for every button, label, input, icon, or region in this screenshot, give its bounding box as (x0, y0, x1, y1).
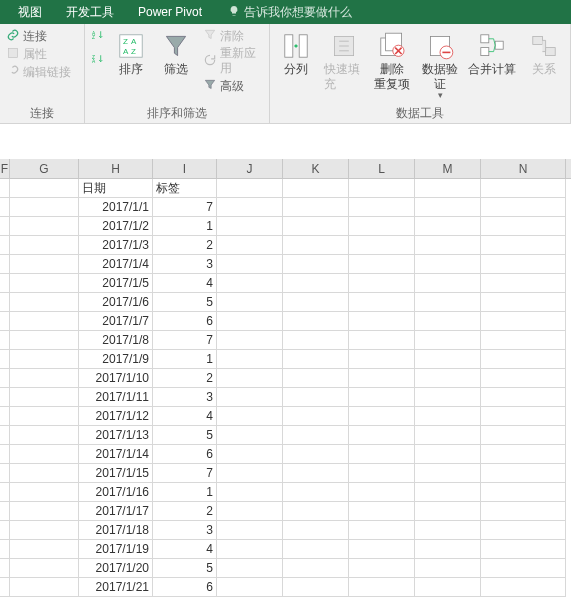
cell[interactable] (481, 255, 566, 274)
cell[interactable]: 4 (153, 540, 217, 559)
col-header-J[interactable]: J (217, 159, 283, 178)
cell[interactable] (283, 483, 349, 502)
cell[interactable] (481, 293, 566, 312)
cell[interactable] (0, 331, 10, 350)
cell[interactable] (415, 255, 481, 274)
cell[interactable] (10, 179, 79, 198)
cell[interactable] (0, 293, 10, 312)
cell[interactable]: 7 (153, 198, 217, 217)
cell[interactable] (217, 293, 283, 312)
cell[interactable] (10, 388, 79, 407)
cell[interactable] (481, 198, 566, 217)
cell[interactable] (283, 407, 349, 426)
col-header-G[interactable]: G (10, 159, 79, 178)
cell[interactable] (349, 578, 415, 597)
cell[interactable] (283, 578, 349, 597)
col-header-M[interactable]: M (415, 159, 481, 178)
cell[interactable] (0, 464, 10, 483)
cell[interactable]: 2017/1/4 (79, 255, 153, 274)
cell[interactable] (217, 179, 283, 198)
cell[interactable] (283, 255, 349, 274)
cell[interactable] (283, 426, 349, 445)
cell[interactable] (217, 255, 283, 274)
cell[interactable] (481, 540, 566, 559)
cell[interactable] (0, 369, 10, 388)
cell[interactable] (10, 198, 79, 217)
cell[interactable] (10, 559, 79, 578)
btn-text-to-columns[interactable]: 分列 (276, 28, 316, 77)
cell[interactable]: 7 (153, 464, 217, 483)
cell[interactable] (10, 274, 79, 293)
cell[interactable] (349, 388, 415, 407)
cell[interactable] (415, 521, 481, 540)
cell[interactable] (10, 445, 79, 464)
cell[interactable]: 4 (153, 407, 217, 426)
cell[interactable] (415, 369, 481, 388)
cell[interactable] (481, 426, 566, 445)
cell[interactable] (349, 236, 415, 255)
cell[interactable] (481, 236, 566, 255)
cell[interactable]: 2017/1/2 (79, 217, 153, 236)
btn-data-validation[interactable]: 数据验 证 ▾ (420, 28, 460, 98)
tab-developer[interactable]: 开发工具 (54, 0, 126, 24)
cell[interactable] (481, 312, 566, 331)
cell[interactable]: 2017/1/16 (79, 483, 153, 502)
cell[interactable]: 2017/1/18 (79, 521, 153, 540)
cell[interactable]: 3 (153, 388, 217, 407)
cell[interactable]: 2017/1/13 (79, 426, 153, 445)
cell[interactable] (283, 521, 349, 540)
btn-consolidate[interactable]: 合并计算 (468, 28, 516, 77)
cell[interactable] (10, 483, 79, 502)
cell[interactable]: 2017/1/20 (79, 559, 153, 578)
cell[interactable] (0, 179, 10, 198)
col-header-I[interactable]: I (153, 159, 217, 178)
cell[interactable] (349, 483, 415, 502)
cell[interactable] (481, 217, 566, 236)
cell[interactable] (481, 521, 566, 540)
cell[interactable] (283, 236, 349, 255)
cell[interactable] (415, 217, 481, 236)
cell[interactable]: 2017/1/10 (79, 369, 153, 388)
cell[interactable] (349, 426, 415, 445)
cell[interactable] (481, 369, 566, 388)
cell[interactable] (349, 559, 415, 578)
cell[interactable] (0, 483, 10, 502)
cell[interactable]: 2017/1/19 (79, 540, 153, 559)
cell[interactable] (415, 578, 481, 597)
cell[interactable] (0, 407, 10, 426)
cell[interactable] (0, 578, 10, 597)
cell[interactable] (217, 369, 283, 388)
cell[interactable] (481, 483, 566, 502)
cell[interactable] (283, 502, 349, 521)
cell[interactable] (415, 559, 481, 578)
cell[interactable] (283, 274, 349, 293)
cell[interactable] (10, 312, 79, 331)
cell[interactable] (415, 198, 481, 217)
cell[interactable] (415, 540, 481, 559)
cell[interactable] (283, 293, 349, 312)
cell[interactable] (0, 350, 10, 369)
cell[interactable] (283, 217, 349, 236)
cell[interactable] (0, 559, 10, 578)
cell[interactable] (349, 217, 415, 236)
cell[interactable]: 2017/1/1 (79, 198, 153, 217)
btn-filter[interactable]: 筛选 (158, 28, 195, 77)
cell[interactable] (415, 179, 481, 198)
cell[interactable] (0, 426, 10, 445)
cell[interactable] (10, 350, 79, 369)
cell[interactable] (481, 464, 566, 483)
cell[interactable] (481, 578, 566, 597)
cell[interactable]: 2017/1/14 (79, 445, 153, 464)
cell[interactable] (217, 445, 283, 464)
tell-me-box[interactable]: 告诉我你想要做什么 (214, 4, 352, 21)
cell[interactable] (349, 445, 415, 464)
cell[interactable] (217, 236, 283, 255)
cell[interactable]: 1 (153, 350, 217, 369)
cell[interactable] (217, 407, 283, 426)
cell[interactable] (283, 445, 349, 464)
cell[interactable] (415, 483, 481, 502)
worksheet[interactable]: F G H I J K L M N 日期标签2017/1/172017/1/21… (0, 159, 571, 597)
btn-remove-duplicates[interactable]: 删除 重复项 (372, 28, 412, 92)
col-header-H[interactable]: H (79, 159, 153, 178)
cell[interactable]: 2017/1/17 (79, 502, 153, 521)
